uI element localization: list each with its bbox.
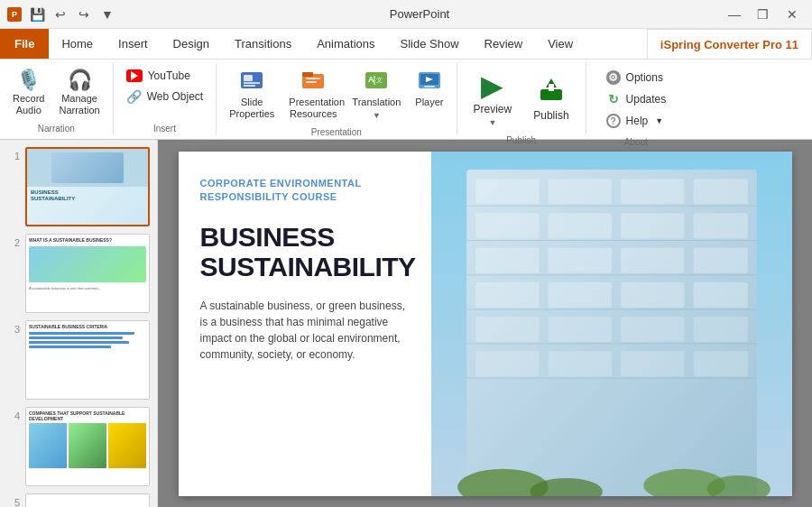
close-button[interactable]: ✕ xyxy=(780,4,805,25)
svg-text:文: 文 xyxy=(376,77,383,83)
player-button[interactable]: Player xyxy=(410,67,448,112)
tab-insert[interactable]: Insert xyxy=(106,29,161,59)
presentation-group-label: Presentation xyxy=(224,125,448,139)
slide-properties-button[interactable]: SlideProperties xyxy=(224,67,280,124)
svg-rect-7 xyxy=(306,81,317,83)
svg-rect-36 xyxy=(693,281,747,307)
slide-thumb-row-4: 4 COMPANIES THAT SUPPORT SUSTAINABLE DEV… xyxy=(7,407,150,486)
svg-rect-1 xyxy=(244,75,253,81)
svg-rect-25 xyxy=(475,213,539,238)
slide-thumbnail-5[interactable] xyxy=(25,493,150,507)
slide-right-panel xyxy=(431,152,792,496)
minimize-button[interactable]: — xyxy=(722,4,747,25)
record-audio-button[interactable]: 🎙️ RecordAudio xyxy=(7,67,50,120)
window-controls: — ❐ ✕ xyxy=(722,4,805,25)
tab-animations[interactable]: Animations xyxy=(304,29,387,59)
undo-button[interactable]: ↩ xyxy=(51,5,70,24)
ribbon-area: File Home Insert Design Transitions Anim… xyxy=(0,29,812,140)
youtube-icon xyxy=(126,69,143,82)
manage-narration-button[interactable]: 🎧 ManageNarration xyxy=(53,67,105,120)
tab-ispring[interactable]: iSpring Converter Pro 11 xyxy=(647,29,812,59)
svg-rect-33 xyxy=(475,281,539,307)
slide-num-2: 2 xyxy=(7,237,20,248)
title-bar-left: P 💾 ↩ ↪ ▼ xyxy=(7,5,117,24)
svg-rect-35 xyxy=(621,281,684,307)
slide-num-3: 3 xyxy=(7,324,20,335)
help-icon: ? xyxy=(606,114,621,128)
svg-rect-5 xyxy=(302,72,313,77)
svg-rect-40 xyxy=(693,316,747,341)
slide-thumbnail-1[interactable]: BUSINESSSUSTAINABILITY xyxy=(25,147,150,226)
svg-rect-30 xyxy=(548,247,611,272)
slide-num-1: 1 xyxy=(7,151,20,161)
customize-qat-button[interactable]: ▼ xyxy=(97,5,117,24)
tab-slideshow[interactable]: Slide Show xyxy=(388,29,472,59)
building-svg xyxy=(431,152,792,496)
svg-rect-38 xyxy=(548,316,611,341)
save-button[interactable]: 💾 xyxy=(27,5,47,24)
slide-panel: 1 BUSINESSSUSTAINABILITY 2 WHAT IS A SUS… xyxy=(0,140,158,507)
narration-group-label: Narration xyxy=(7,122,106,135)
svg-text:A: A xyxy=(368,75,374,84)
narration-icon: 🎧 xyxy=(68,70,92,90)
narration-content: 🎙️ RecordAudio 🎧 ManageNarration xyxy=(7,63,106,122)
slide-subtitle: CORPORATE ENVIRONMENTALRESPONSIBILITY CO… xyxy=(200,177,410,205)
slide-left-panel: CORPORATE ENVIRONMENTALRESPONSIBILITY CO… xyxy=(179,152,431,496)
youtube-button[interactable]: YouTube xyxy=(121,67,208,85)
slide-title: BUSINESSSUSTAINABILITY xyxy=(200,222,410,281)
tab-file[interactable]: File xyxy=(0,29,49,59)
microphone-icon: 🎙️ xyxy=(16,70,41,90)
slide-num-5: 5 xyxy=(7,497,20,507)
web-object-button[interactable]: 🔗 Web Object xyxy=(121,87,208,106)
slide-thumb-row-5: 5 xyxy=(7,493,150,507)
updates-icon: ↻ xyxy=(606,92,621,106)
publish-icon xyxy=(537,77,566,106)
options-button[interactable]: ⚙ Options xyxy=(603,69,670,87)
title-bar: P 💾 ↩ ↪ ▼ PowerPoint — ❐ ✕ xyxy=(0,0,812,29)
player-icon xyxy=(417,70,442,94)
link-icon: 🔗 xyxy=(126,89,142,104)
main-area: 1 BUSINESSSUSTAINABILITY 2 WHAT IS A SUS… xyxy=(0,140,812,507)
svg-rect-15 xyxy=(424,86,435,88)
app-icon: P xyxy=(7,7,22,22)
svg-rect-26 xyxy=(548,213,611,238)
svg-rect-37 xyxy=(475,316,539,341)
translation-button[interactable]: A 文 Translation ▼ xyxy=(346,67,406,124)
options-icon: ⚙ xyxy=(606,70,621,85)
tab-home[interactable]: Home xyxy=(49,29,106,59)
tab-design[interactable]: Design xyxy=(161,29,222,59)
svg-rect-21 xyxy=(475,179,539,204)
svg-rect-44 xyxy=(693,351,747,376)
insert-col: YouTube 🔗 Web Object xyxy=(121,67,208,106)
ribbon: 🎙️ RecordAudio 🎧 ManageNarration Narrati… xyxy=(0,60,812,139)
slide-thumbnail-2[interactable]: WHAT IS A SUSTAINABLE BUSINESS? A sustai… xyxy=(25,234,150,313)
slide-num-4: 4 xyxy=(7,410,20,421)
help-button[interactable]: ? Help ▼ xyxy=(603,112,670,130)
ribbon-group-insert: YouTube 🔗 Web Object Insert xyxy=(114,63,217,135)
redo-button[interactable]: ↪ xyxy=(74,5,94,24)
svg-rect-18 xyxy=(549,84,554,91)
window-title: PowerPoint xyxy=(390,7,449,21)
tab-view[interactable]: View xyxy=(535,29,586,59)
resources-icon xyxy=(300,70,326,94)
publish-button[interactable]: Publish xyxy=(524,67,577,132)
svg-rect-42 xyxy=(548,351,611,376)
svg-rect-32 xyxy=(693,247,747,272)
svg-rect-6 xyxy=(306,78,320,79)
svg-rect-31 xyxy=(621,247,684,272)
building-image xyxy=(431,152,792,496)
svg-rect-41 xyxy=(475,351,539,376)
tab-transitions[interactable]: Transitions xyxy=(222,29,304,59)
updates-button[interactable]: ↻ Updates xyxy=(603,90,670,108)
tab-review[interactable]: Review xyxy=(472,29,536,59)
publish-group-label: Publish xyxy=(465,134,578,147)
svg-rect-39 xyxy=(621,316,684,341)
slide-thumb-row-2: 2 WHAT IS A SUSTAINABLE BUSINESS? A sust… xyxy=(7,234,150,313)
slide-thumbnail-4[interactable]: COMPANIES THAT SUPPORT SUSTAINABLE DEVEL… xyxy=(25,407,150,486)
restore-button[interactable]: ❐ xyxy=(751,4,776,25)
preview-button[interactable]: ▶ Preview ▼ xyxy=(465,67,521,132)
slide-canvas[interactable]: CORPORATE ENVIRONMENTALRESPONSIBILITY CO… xyxy=(179,152,792,496)
menu-tabs: File Home Insert Design Transitions Anim… xyxy=(0,29,812,60)
presentation-resources-button[interactable]: PresentationResources xyxy=(283,67,343,124)
slide-thumbnail-3[interactable]: SUSTAINABLE BUSINESS CRITERIA xyxy=(25,320,150,400)
